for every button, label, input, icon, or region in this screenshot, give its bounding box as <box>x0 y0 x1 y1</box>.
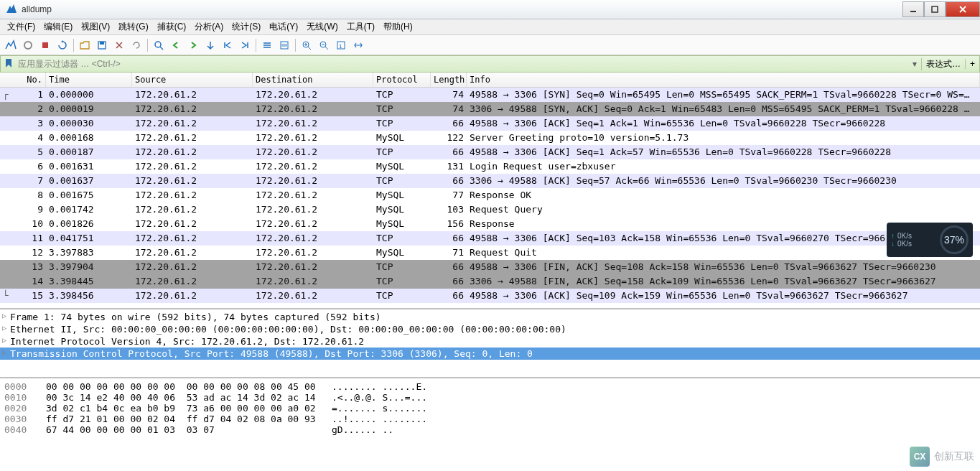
col-info[interactable]: Info <box>467 73 980 87</box>
start-capture-icon[interactable] <box>3 37 19 53</box>
menu-item[interactable]: 跳转(G) <box>114 19 152 34</box>
colorize-icon[interactable] <box>276 37 292 53</box>
title-bar: alldump <box>0 0 980 19</box>
packet-list[interactable]: No. Time Source Destination Protocol Len… <box>0 73 980 309</box>
resize-columns-icon[interactable] <box>350 37 366 53</box>
detail-tree-item[interactable]: ▷Ethernet II, Src: 00:00:00_00:00:00 (00… <box>0 323 980 335</box>
reload-file-icon[interactable] <box>129 37 144 53</box>
window-title: alldump <box>22 4 902 14</box>
packet-row[interactable]: └153.398456172.20.61.2172.20.61.2TCP6649… <box>0 289 980 303</box>
menu-item[interactable]: 工具(T) <box>342 19 379 34</box>
svg-line-7 <box>160 47 163 50</box>
jump-icon[interactable] <box>202 37 218 53</box>
stop-capture-icon[interactable] <box>20 37 36 53</box>
detail-tree-item[interactable]: ▷Transmission Control Protocol, Src Port… <box>0 348 980 360</box>
menu-item[interactable]: 编辑(E) <box>39 19 77 34</box>
svg-rect-1 <box>932 6 938 12</box>
menu-item[interactable]: 捕获(C) <box>153 19 191 34</box>
maximize-button[interactable] <box>924 1 946 17</box>
packet-row[interactable]: 133.397904172.20.61.2172.20.61.2TCP66495… <box>0 260 980 274</box>
autoscroll-icon[interactable] <box>259 37 275 53</box>
menu-item[interactable]: 电话(Y) <box>265 19 302 34</box>
svg-rect-5 <box>100 42 104 45</box>
display-filter-bar: 应用显示过滤器 … <Ctrl-/> ▾ 表达式… + <box>0 55 980 73</box>
packet-details[interactable]: ▷Frame 1: 74 bytes on wire (592 bits), 7… <box>0 309 980 378</box>
hex-row[interactable]: 004067 44 00 00 00 00 01 03 03 07gD.....… <box>4 424 976 435</box>
packet-row[interactable]: 100.001826172.20.61.2172.20.61.2MySQL156… <box>0 217 980 231</box>
filter-dropdown-icon[interactable]: ▾ <box>908 59 921 69</box>
detail-tree-item[interactable]: ▷Internet Protocol Version 4, Src: 172.2… <box>0 335 980 348</box>
detail-tree-item[interactable]: ▷Frame 1: 74 bytes on wire (592 bits), 7… <box>0 311 980 323</box>
packet-row[interactable]: 40.000168172.20.61.2172.20.61.2MySQL122S… <box>0 131 980 145</box>
download-arrow-icon: ↓ <box>891 240 895 248</box>
zoom-out-icon[interactable] <box>316 37 332 53</box>
zoom-in-icon[interactable] <box>299 37 314 53</box>
packet-row[interactable]: 70.001637172.20.61.2172.20.61.2TCP663306… <box>0 174 980 188</box>
packet-row[interactable]: 110.041751172.20.61.2172.20.61.2TCP66495… <box>0 231 980 246</box>
packet-row[interactable]: ┌10.000000172.20.61.2172.20.61.2TCP74495… <box>0 88 980 102</box>
bookmark-icon[interactable] <box>4 58 15 70</box>
packet-row[interactable]: 90.001742172.20.61.2172.20.61.2MySQL103R… <box>0 202 980 217</box>
cpu-percent-gauge: 37% <box>940 225 969 254</box>
app-icon <box>6 4 17 15</box>
svg-point-6 <box>155 42 161 47</box>
col-protocol[interactable]: Protocol <box>373 73 431 87</box>
upload-rate: 0K/s <box>897 232 912 240</box>
go-first-icon[interactable] <box>220 37 235 53</box>
svg-rect-3 <box>42 42 48 48</box>
svg-rect-9 <box>281 44 288 47</box>
window-controls <box>902 1 980 17</box>
upload-arrow-icon: ↑ <box>891 232 895 240</box>
packet-row[interactable]: 80.001675172.20.61.2172.20.61.2MySQL77Re… <box>0 188 980 202</box>
menu-item[interactable]: 帮助(H) <box>379 19 417 34</box>
zoom-reset-icon[interactable]: 1 <box>333 37 349 53</box>
open-file-icon[interactable] <box>77 37 93 53</box>
packet-row[interactable]: 50.000187172.20.61.2172.20.61.2TCP664958… <box>0 145 980 159</box>
menu-bar: 文件(F)编辑(E)视图(V)跳转(G)捕获(C)分析(A)统计(S)电话(Y)… <box>0 19 980 35</box>
packet-row[interactable]: 20.000019172.20.61.2172.20.61.2TCP743306… <box>0 102 980 116</box>
packet-row[interactable]: 60.001631172.20.61.2172.20.61.2MySQL131L… <box>0 159 980 174</box>
close-button[interactable] <box>946 1 980 17</box>
col-no[interactable]: No. <box>0 73 46 87</box>
svg-line-13 <box>308 47 311 50</box>
col-source[interactable]: Source <box>132 73 253 87</box>
packet-list-header: No. Time Source Destination Protocol Len… <box>0 73 980 88</box>
go-back-icon[interactable] <box>168 37 184 53</box>
packet-row[interactable]: 30.000030172.20.61.2172.20.61.2TCP664958… <box>0 116 980 131</box>
menu-item[interactable]: 无线(W) <box>302 19 342 34</box>
menu-item[interactable]: 分析(A) <box>190 19 228 34</box>
restart-capture-icon[interactable] <box>37 37 53 53</box>
watermark: CX 创新互联 <box>910 447 974 467</box>
svg-point-2 <box>24 42 32 49</box>
menu-item[interactable]: 文件(F) <box>3 19 39 34</box>
col-length[interactable]: Length <box>431 73 467 87</box>
packet-row[interactable]: 143.398445172.20.61.2172.20.61.2TCP66330… <box>0 274 980 289</box>
go-last-icon[interactable] <box>237 37 253 53</box>
hex-row[interactable]: 000000 00 00 00 00 00 00 00 00 00 00 00 … <box>4 381 976 392</box>
svg-text:1: 1 <box>339 43 342 50</box>
save-file-icon[interactable] <box>94 37 110 53</box>
close-file-icon[interactable] <box>111 37 127 53</box>
hex-row[interactable]: 0030ff d7 21 01 00 00 02 04 ff d7 04 02 … <box>4 414 976 424</box>
hex-row[interactable]: 00203d 02 c1 b4 0c ea b0 b9 73 a6 00 00 … <box>4 403 976 414</box>
menu-item[interactable]: 视图(V) <box>77 19 114 34</box>
menu-item[interactable]: 统计(S) <box>228 19 265 34</box>
col-time[interactable]: Time <box>46 73 132 87</box>
watermark-text: 创新互联 <box>934 450 974 463</box>
refresh-icon[interactable] <box>55 37 70 53</box>
toolbar: 1 <box>0 35 980 55</box>
packet-bytes[interactable]: 000000 00 00 00 00 00 00 00 00 00 00 00 … <box>0 378 980 467</box>
display-filter-input[interactable]: 应用显示过滤器 … <Ctrl-/> <box>18 58 908 70</box>
go-forward-icon[interactable] <box>185 37 201 53</box>
add-filter-button[interactable]: + <box>965 59 979 69</box>
watermark-logo-icon: CX <box>910 447 930 467</box>
download-rate: 0K/s <box>897 240 912 248</box>
find-icon[interactable] <box>151 37 167 53</box>
network-speed-overlay: ↑0K/s ↓0K/s 37% <box>887 223 973 257</box>
svg-line-16 <box>325 47 328 50</box>
minimize-button[interactable] <box>902 1 924 17</box>
hex-row[interactable]: 001000 3c 14 e2 40 00 40 06 53 ad ac 14 … <box>4 392 976 403</box>
expression-button[interactable]: 表达式… <box>921 58 965 70</box>
col-destination[interactable]: Destination <box>253 73 373 87</box>
packet-row[interactable]: 123.397883172.20.61.2172.20.61.2MySQL71R… <box>0 246 980 260</box>
